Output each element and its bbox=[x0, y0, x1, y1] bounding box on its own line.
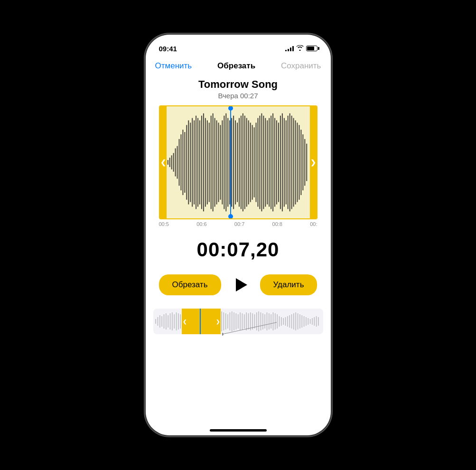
mini-playhead[interactable] bbox=[200, 309, 201, 334]
cancel-button[interactable]: Отменить bbox=[155, 61, 192, 71]
svg-rect-15 bbox=[196, 116, 196, 209]
waveform-container[interactable]: ❮ ❯ bbox=[159, 105, 317, 229]
svg-rect-22 bbox=[208, 122, 209, 202]
svg-rect-80 bbox=[166, 313, 167, 329]
playhead-bottom-handle[interactable] bbox=[228, 214, 233, 219]
svg-rect-46 bbox=[253, 127, 254, 197]
wifi-icon bbox=[296, 45, 304, 52]
svg-rect-70 bbox=[299, 125, 299, 199]
svg-rect-32 bbox=[227, 118, 228, 207]
svg-rect-52 bbox=[265, 118, 266, 207]
svg-rect-17 bbox=[199, 121, 200, 205]
svg-rect-59 bbox=[278, 122, 279, 202]
signal-bars-icon bbox=[285, 46, 294, 51]
svg-rect-83 bbox=[172, 312, 173, 330]
song-meta: Вчера 00:27 bbox=[146, 92, 331, 100]
save-button[interactable]: Сохранить bbox=[281, 61, 321, 71]
right-trim-handle[interactable]: ❯ bbox=[310, 106, 317, 218]
svg-rect-62 bbox=[283, 118, 284, 207]
svg-rect-36 bbox=[235, 121, 236, 205]
action-buttons: Обрезать Удалить bbox=[146, 273, 331, 297]
svg-rect-13 bbox=[192, 118, 193, 207]
playhead[interactable] bbox=[230, 106, 231, 218]
svg-rect-65 bbox=[289, 113, 290, 212]
svg-rect-151 bbox=[312, 318, 313, 325]
svg-rect-69 bbox=[297, 122, 298, 202]
svg-rect-79 bbox=[163, 314, 164, 329]
svg-rect-76 bbox=[157, 317, 158, 326]
nav-bar: Отменить Обрезать Сохранить bbox=[146, 57, 331, 75]
svg-rect-49 bbox=[259, 116, 260, 209]
svg-rect-63 bbox=[285, 121, 286, 205]
svg-rect-47 bbox=[255, 122, 256, 202]
svg-rect-78 bbox=[161, 316, 162, 327]
nav-title: Обрезать bbox=[217, 61, 255, 71]
svg-rect-4 bbox=[175, 149, 176, 177]
svg-rect-148 bbox=[306, 317, 307, 326]
svg-rect-48 bbox=[257, 118, 258, 207]
svg-rect-152 bbox=[314, 317, 315, 326]
svg-rect-82 bbox=[169, 313, 170, 329]
svg-rect-35 bbox=[233, 116, 234, 209]
svg-rect-42 bbox=[246, 118, 247, 207]
left-trim-handle[interactable]: ❮ bbox=[160, 106, 167, 218]
svg-rect-44 bbox=[250, 122, 251, 202]
song-info: Tomorrow Song Вчера 00:27 bbox=[146, 75, 331, 105]
svg-rect-144 bbox=[297, 313, 298, 329]
status-bar: 09:41 bbox=[146, 35, 331, 57]
svg-rect-154 bbox=[318, 317, 319, 326]
svg-rect-153 bbox=[316, 316, 317, 327]
trim-button[interactable]: Обрезать bbox=[159, 274, 221, 295]
mini-waveform-section[interactable]: ❮ ❯ bbox=[153, 309, 323, 334]
svg-rect-20 bbox=[205, 118, 205, 207]
svg-rect-7 bbox=[180, 134, 181, 190]
svg-rect-73 bbox=[304, 139, 305, 186]
svg-rect-141 bbox=[291, 314, 292, 329]
waveform-selection[interactable]: ❮ ❯ bbox=[159, 105, 317, 219]
svg-rect-3 bbox=[173, 153, 174, 171]
svg-rect-30 bbox=[224, 116, 224, 209]
svg-rect-39 bbox=[240, 116, 241, 209]
svg-rect-77 bbox=[159, 315, 160, 328]
svg-rect-72 bbox=[302, 134, 303, 190]
song-title: Tomorrow Song bbox=[146, 78, 331, 91]
mini-right-handle[interactable]: ❯ bbox=[215, 309, 221, 334]
status-icons bbox=[285, 45, 317, 52]
svg-rect-14 bbox=[194, 121, 195, 205]
svg-rect-10 bbox=[186, 125, 187, 199]
svg-rect-23 bbox=[210, 116, 211, 209]
time-display: 00:07,20 bbox=[146, 229, 331, 273]
delete-button[interactable]: Удалить bbox=[260, 274, 317, 295]
svg-rect-40 bbox=[242, 113, 243, 212]
svg-rect-18 bbox=[201, 116, 202, 209]
svg-rect-74 bbox=[306, 144, 307, 181]
svg-point-156 bbox=[222, 333, 224, 336]
svg-rect-145 bbox=[299, 314, 300, 329]
svg-rect-29 bbox=[222, 121, 223, 205]
svg-rect-87 bbox=[180, 314, 181, 329]
svg-rect-16 bbox=[197, 118, 198, 207]
svg-rect-54 bbox=[269, 118, 270, 207]
svg-rect-8 bbox=[182, 130, 183, 195]
svg-rect-139 bbox=[287, 316, 288, 327]
mini-left-handle[interactable]: ❮ bbox=[182, 309, 187, 334]
svg-rect-86 bbox=[178, 313, 179, 329]
svg-rect-0 bbox=[167, 160, 168, 165]
svg-rect-50 bbox=[261, 113, 262, 212]
svg-rect-37 bbox=[237, 122, 238, 202]
svg-rect-81 bbox=[168, 315, 168, 328]
svg-rect-28 bbox=[220, 125, 221, 199]
svg-rect-57 bbox=[274, 118, 275, 207]
svg-rect-84 bbox=[174, 314, 175, 329]
svg-rect-71 bbox=[300, 130, 301, 195]
play-icon bbox=[236, 278, 247, 291]
status-time: 09:41 bbox=[159, 45, 177, 53]
svg-line-155 bbox=[222, 322, 277, 334]
svg-rect-138 bbox=[285, 317, 286, 326]
home-indicator bbox=[210, 429, 267, 432]
play-button[interactable] bbox=[228, 273, 253, 297]
svg-rect-53 bbox=[267, 121, 268, 205]
svg-rect-27 bbox=[218, 122, 219, 202]
svg-rect-19 bbox=[203, 113, 204, 212]
playhead-top-handle[interactable] bbox=[228, 106, 233, 111]
